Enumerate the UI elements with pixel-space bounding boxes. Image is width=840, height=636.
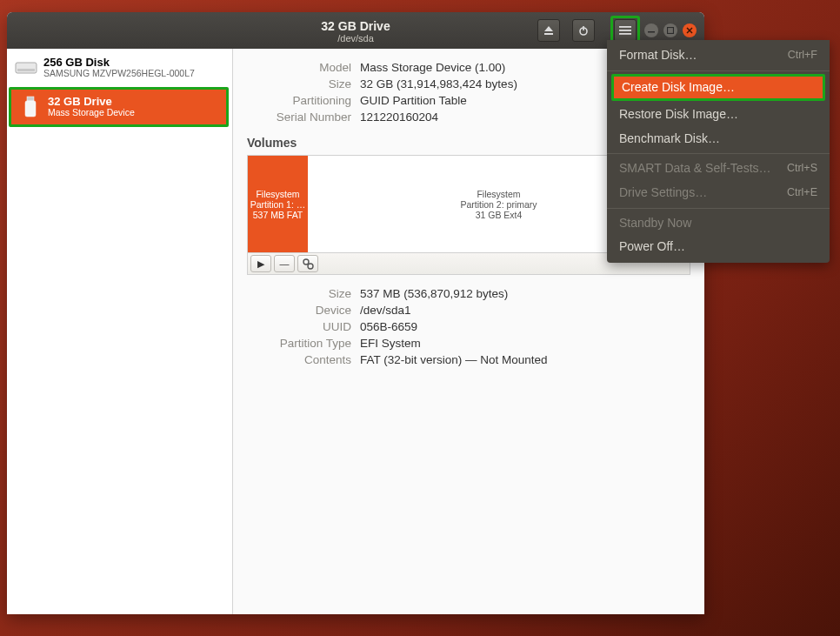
close-button[interactable] xyxy=(683,23,697,37)
menu-benchmark-disk[interactable]: Benchmark Disk… xyxy=(607,127,830,151)
menu-drive-settings: Drive Settings… Ctrl+E xyxy=(607,181,830,205)
value-vol-size: 537 MB (536,870,912 bytes) xyxy=(360,287,508,300)
minimize-button[interactable] xyxy=(644,23,658,37)
disk-item-256gb[interactable]: 256 GB Disk SAMSUNG MZVPW256HEGL-000L7 xyxy=(7,50,232,85)
disks-window: 32 GB Drive /dev/sda xyxy=(7,12,704,614)
label-partitioning: Partitioning xyxy=(247,94,360,107)
volume-partition-1[interactable]: Filesystem Partition 1: … 537 MB FAT xyxy=(248,156,309,252)
value-contents: FAT (32-bit version) — Not Mounted xyxy=(360,353,548,366)
label-serial: Serial Number xyxy=(247,110,360,124)
value-uuid: 056B-6659 xyxy=(360,320,417,333)
menu-separator xyxy=(607,70,830,71)
titlebar: 32 GB Drive /dev/sda xyxy=(7,12,704,49)
svg-rect-10 xyxy=(25,101,36,117)
svg-rect-9 xyxy=(27,97,34,101)
value-serial: 121220160204 xyxy=(360,110,438,124)
partition-options-button[interactable] xyxy=(297,255,318,272)
value-partitioning: GUID Partition Table xyxy=(360,94,467,107)
menu-power-off[interactable]: Power Off… xyxy=(607,235,830,259)
mount-button[interactable]: ▶ xyxy=(250,255,271,272)
value-size: 32 GB (31,914,983,424 bytes) xyxy=(360,77,517,90)
value-ptype: EFI System xyxy=(360,337,421,350)
label-model: Model xyxy=(247,61,360,74)
svg-rect-2 xyxy=(619,26,631,28)
disk-name: 256 GB Disk xyxy=(43,57,195,69)
svg-point-11 xyxy=(303,259,309,264)
window-title: 32 GB Drive xyxy=(7,20,704,32)
maximize-button[interactable] xyxy=(663,23,677,37)
menu-restore-disk-image[interactable]: Restore Disk Image… xyxy=(607,103,830,127)
drive-options-menu: Format Disk… Ctrl+F Create Disk Image… R… xyxy=(607,40,830,263)
label-device: Device xyxy=(247,304,360,317)
usb-drive-icon xyxy=(18,95,43,119)
menu-standby-now: Standby Now xyxy=(607,211,830,236)
highlight-create-disk-image: Create Disk Image… xyxy=(611,74,825,102)
menu-smart-data: SMART Data & Self-Tests… Ctrl+S xyxy=(607,157,830,181)
power-button[interactable] xyxy=(572,19,595,42)
menu-format-disk[interactable]: Format Disk… Ctrl+F xyxy=(607,44,830,68)
label-uuid: UUID xyxy=(247,320,360,333)
disk-model: Mass Storage Device xyxy=(48,108,135,118)
label-contents: Contents xyxy=(247,353,360,366)
label-size: Size xyxy=(247,77,360,90)
label-ptype: Partition Type xyxy=(247,337,360,350)
svg-rect-3 xyxy=(619,30,631,31)
value-device: /dev/sda1 xyxy=(360,304,411,317)
svg-rect-1 xyxy=(583,26,584,30)
value-model: Mass Storage Device (1.00) xyxy=(360,61,505,74)
svg-rect-7 xyxy=(16,63,37,73)
window-subtitle: /dev/sda xyxy=(7,34,704,44)
highlight-selected-disk: 32 GB Drive Mass Storage Device xyxy=(9,87,229,127)
hdd-icon xyxy=(14,56,38,80)
eject-button[interactable] xyxy=(537,19,560,42)
svg-rect-5 xyxy=(648,31,655,33)
disk-item-32gb[interactable]: 32 GB Drive Mass Storage Device xyxy=(11,90,226,124)
svg-point-12 xyxy=(308,264,313,269)
delete-partition-button[interactable]: — xyxy=(274,255,295,272)
svg-rect-6 xyxy=(668,28,674,34)
label-vol-size: Size xyxy=(247,287,360,300)
menu-separator xyxy=(607,208,830,209)
menu-create-disk-image[interactable]: Create Disk Image… xyxy=(614,77,823,99)
svg-rect-4 xyxy=(619,33,631,35)
disk-model: SAMSUNG MZVPW256HEGL-000L7 xyxy=(43,69,195,79)
disk-name: 32 GB Drive xyxy=(48,96,135,108)
svg-rect-8 xyxy=(17,69,35,71)
disk-sidebar: 256 GB Disk SAMSUNG MZVPW256HEGL-000L7 3… xyxy=(7,49,233,614)
hamburger-menu-button[interactable] xyxy=(614,19,637,42)
menu-separator xyxy=(607,153,830,154)
